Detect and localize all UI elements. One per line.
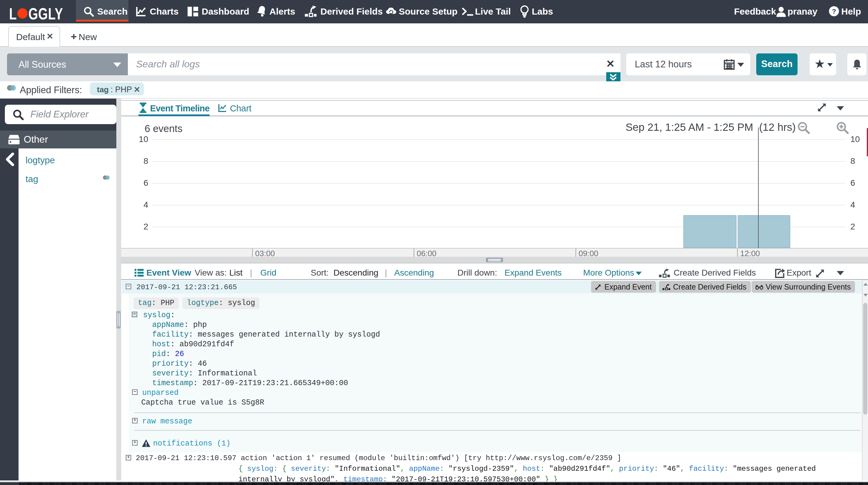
svg-text:?: ? (832, 8, 836, 15)
